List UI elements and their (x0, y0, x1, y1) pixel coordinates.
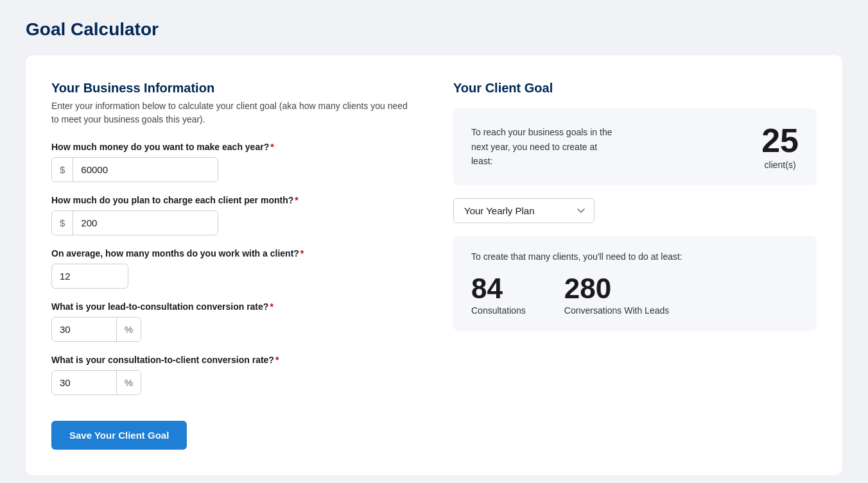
save-client-goal-button[interactable]: Save Your Client Goal (51, 421, 187, 450)
dollar-prefix-2: $ (52, 211, 73, 235)
metrics-row: 84 Consultations 280 Conversations With … (471, 275, 799, 316)
annual-income-label: How much money do you want to make each … (51, 142, 415, 152)
annual-income-input[interactable] (73, 158, 218, 182)
monthly-charge-input-wrapper: $ (51, 210, 218, 235)
annual-income-input-wrapper: $ (51, 157, 218, 182)
required-star: * (275, 355, 279, 365)
required-star: * (270, 142, 273, 152)
required-star: * (300, 248, 304, 258)
consultation-conversion-group: What is your consultation-to-client conv… (51, 355, 415, 395)
goal-box-description: To reach your business goals in the next… (471, 125, 612, 168)
lead-conversion-label: What is your lead-to-consultation conver… (51, 301, 415, 312)
consultation-conversion-label: What is your consultation-to-client conv… (51, 355, 415, 365)
lead-conversion-input-wrapper: % (51, 317, 141, 342)
months-per-client-input[interactable] (51, 264, 128, 289)
consultation-conversion-input[interactable] (52, 371, 116, 394)
consultations-metric: 84 Consultations (471, 275, 526, 316)
required-star: * (270, 301, 273, 312)
goal-number-block: 25 client(s) (761, 124, 799, 170)
annual-income-group: How much money do you want to make each … (51, 142, 415, 182)
plan-dropdown-wrapper: Your Yearly Plan Your Monthly Plan Your … (453, 198, 817, 223)
months-per-client-label: On average, how many months do you work … (51, 248, 415, 258)
lead-conversion-input[interactable] (52, 318, 116, 341)
months-per-client-group: On average, how many months do you work … (51, 248, 415, 289)
main-card: Your Business Information Enter your inf… (26, 55, 842, 475)
yearly-plan-dropdown[interactable]: Your Yearly Plan Your Monthly Plan Your … (453, 198, 595, 223)
monthly-charge-label: How much do you plan to charge each clie… (51, 195, 415, 205)
goal-box: To reach your business goals in the next… (453, 108, 817, 185)
business-info-description: Enter your information below to calculat… (51, 99, 415, 126)
monthly-charge-group: How much do you plan to charge each clie… (51, 195, 415, 235)
consultation-conversion-input-wrapper: % (51, 370, 141, 395)
monthly-charge-input[interactable] (73, 211, 218, 235)
left-section: Your Business Information Enter your inf… (51, 81, 415, 450)
client-goal-title: Your Client Goal (453, 81, 817, 96)
metrics-box-description: To create that many clients, you'll need… (471, 251, 799, 262)
client-goal-number: 25 (761, 124, 799, 157)
conversations-label: Conversations With Leads (564, 305, 669, 316)
lead-conversion-group: What is your lead-to-consultation conver… (51, 301, 415, 342)
metrics-box: To create that many clients, you'll need… (453, 236, 817, 331)
percent-suffix-2: % (116, 371, 141, 394)
consultations-number: 84 (471, 275, 526, 303)
dollar-prefix: $ (52, 158, 73, 182)
business-info-title: Your Business Information (51, 81, 415, 96)
consultations-label: Consultations (471, 305, 526, 316)
conversations-metric: 280 Conversations With Leads (564, 275, 669, 316)
page-title: Goal Calculator (26, 19, 842, 40)
percent-suffix: % (116, 318, 141, 341)
client-goal-number-label: client(s) (761, 160, 799, 170)
conversations-number: 280 (564, 275, 669, 303)
right-section: Your Client Goal To reach your business … (453, 81, 817, 450)
required-star: * (295, 195, 298, 205)
